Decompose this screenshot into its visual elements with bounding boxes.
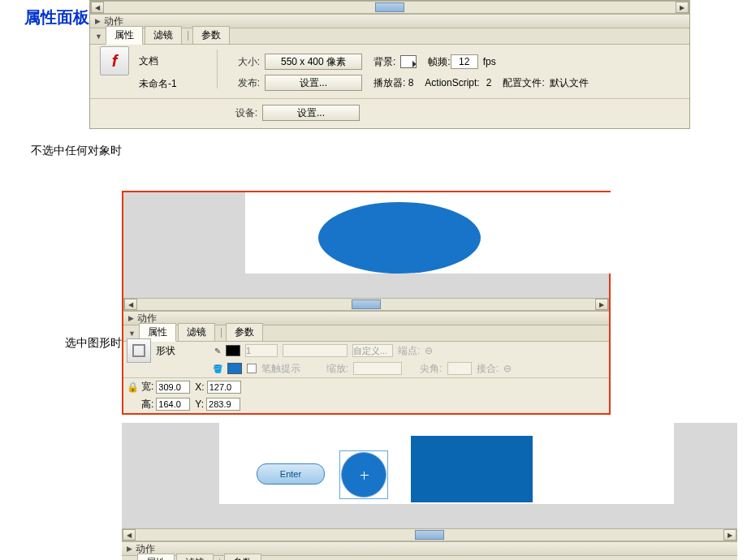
enter-button-symbol[interactable]: Enter [257, 463, 325, 485]
collapse-icon[interactable]: ▶ [128, 314, 134, 322]
tab-properties[interactable]: 属性 [106, 26, 143, 45]
scroll-thumb[interactable] [352, 299, 381, 309]
as-label: ActionScript: [425, 77, 479, 88]
shape-selected-label: 选中图形时 [0, 255, 122, 351]
h-scrollbar[interactable]: ◀ ▶ [123, 298, 609, 311]
stroke-weight-input[interactable] [245, 344, 278, 357]
brush-hint-label: 笔触提示 [261, 362, 300, 376]
size-label: 大小: [222, 55, 260, 69]
tab-filters[interactable]: 滤镜 [178, 323, 215, 341]
publish-label: 发布: [222, 76, 260, 90]
doc-type: 文档 [139, 54, 204, 68]
x-input[interactable] [207, 381, 241, 394]
tabrow-collapse-icon[interactable]: ▼ [95, 32, 102, 41]
fps-label: 帧频: [428, 55, 450, 69]
profile-label: 配置文件: [503, 76, 544, 90]
page-title: 属性面板 [0, 0, 89, 35]
size-button[interactable]: 550 x 400 像素 [265, 54, 362, 70]
stage-area[interactable] [123, 192, 609, 298]
shape-label: 形状 [156, 344, 188, 358]
stroke-style-dd[interactable] [283, 344, 348, 357]
cap-label: 端点: [398, 344, 420, 358]
scroll-right-icon[interactable]: ▶ [723, 529, 736, 541]
scroll-left-icon[interactable]: ◀ [124, 299, 137, 310]
miter-label: 尖角: [420, 362, 442, 376]
player-label: 播放器: 8 [374, 76, 413, 90]
tab-properties[interactable]: 属性 [137, 554, 175, 560]
collapse-icon[interactable]: ▶ [95, 17, 101, 25]
no-selection-label: 不选中任何对象时 [0, 136, 122, 158]
bucket-icon: 🪣 [213, 364, 222, 373]
lock-icon[interactable]: 🔒 [127, 381, 136, 393]
device-settings-button[interactable]: 设置... [262, 105, 360, 121]
tab-params[interactable]: 参数 [226, 323, 263, 341]
miter-input[interactable] [447, 362, 472, 375]
w-label: 宽: [141, 380, 153, 394]
publish-settings-button[interactable]: 设置... [265, 75, 362, 91]
tabrow-collapse-icon[interactable]: ▼ [128, 330, 136, 338]
properties-panel-symbol: Enter ◀ ▶ ▶动作 ▼ 属性 滤镜 | 参数 ▣ 影片剪辑 实例: 元件 [122, 423, 737, 560]
stroke-hint-checkbox[interactable] [247, 364, 257, 373]
pencil-icon: ✎ [214, 347, 221, 355]
doc-name: 未命名-1 [139, 77, 204, 91]
h-scrollbar[interactable]: ◀ ▶ [122, 528, 737, 541]
fill-swatch[interactable] [227, 363, 242, 374]
fps-input[interactable] [451, 54, 478, 69]
join-icon: ⊖ [503, 363, 512, 374]
profile-value: 默认文件 [550, 76, 589, 90]
scroll-thumb[interactable] [415, 530, 444, 540]
h-scrollbar[interactable]: ◀ ▶ [90, 1, 689, 14]
height-input[interactable] [156, 398, 190, 411]
scroll-right-icon[interactable]: ▶ [595, 299, 608, 310]
custom-button[interactable]: 自定义... [352, 344, 393, 357]
y-input[interactable] [206, 398, 240, 411]
scroll-thumb[interactable] [375, 2, 404, 12]
tab-filters[interactable]: 滤镜 [176, 554, 214, 560]
scroll-right-icon[interactable]: ▶ [676, 2, 689, 13]
registration-point-icon [361, 472, 369, 480]
bg-swatch[interactable] [400, 55, 417, 68]
stage-area[interactable]: Enter [122, 423, 737, 528]
fps-unit: fps [483, 56, 496, 67]
width-input[interactable] [156, 381, 190, 394]
properties-panel-shape: ◀ ▶ ▶动作 ▼ 属性 滤镜 | 参数 形状 ✎ 自定义... 端点: ⊖ [122, 191, 611, 415]
tab-row: ▼ 属性 滤镜 | 参数 [90, 28, 689, 45]
properties-panel-noselect: ◀ ▶ ▶ 动作 ▼ 属性 滤镜 | 参数 [89, 0, 690, 129]
h-label: 高: [141, 398, 153, 411]
x-label: X: [195, 381, 204, 393]
tab-params[interactable]: 参数 [224, 554, 261, 560]
collapse-icon[interactable]: ▶ [127, 545, 132, 553]
rectangle-symbol[interactable] [411, 436, 533, 502]
stroke-swatch[interactable] [226, 345, 240, 356]
flash-doc-icon: f [100, 46, 129, 75]
scroll-left-icon[interactable]: ◀ [91, 2, 104, 13]
scale-dd[interactable] [353, 362, 402, 375]
scale-label: 缩放: [326, 362, 348, 376]
bg-label: 背景: [374, 55, 395, 69]
join-label: 接合: [477, 362, 499, 376]
shape-tool-icon [127, 338, 151, 363]
as-value: 2 [486, 77, 492, 88]
symbol-selected-label: 选中元件时 [0, 473, 122, 560]
tab-params[interactable]: 参数 [192, 26, 230, 44]
device-label: 设备: [220, 106, 257, 120]
scroll-left-icon[interactable]: ◀ [123, 529, 136, 541]
tab-filters[interactable]: 滤镜 [145, 26, 182, 44]
oval-shape[interactable] [318, 202, 481, 274]
y-label: Y: [195, 398, 204, 410]
cap-icon: ⊖ [425, 345, 433, 356]
